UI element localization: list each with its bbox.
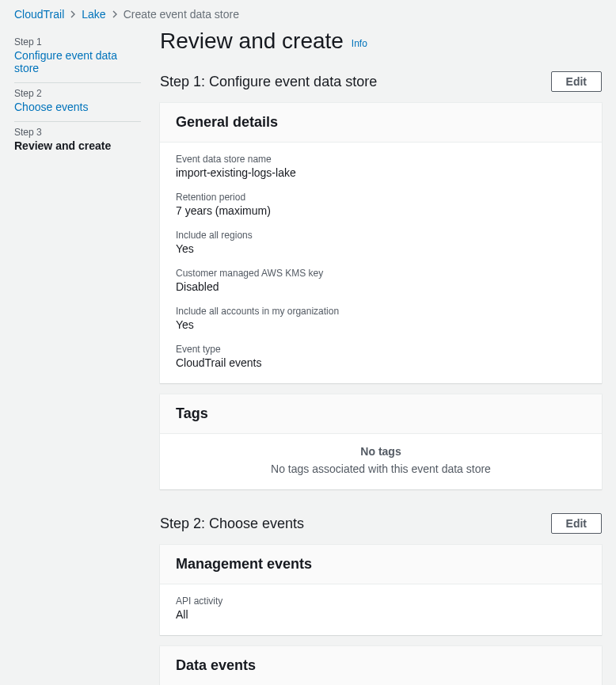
step2-header: Step 2: Choose events: [160, 516, 304, 532]
edit-step2-button[interactable]: Edit: [551, 513, 602, 534]
field-label: API activity: [176, 596, 586, 607]
tags-empty-desc: No tags associated with this event data …: [176, 462, 586, 475]
field-value: Yes: [176, 318, 586, 331]
field-event-type: Event type CloudTrail events: [176, 344, 586, 369]
field-label: Event type: [176, 344, 586, 355]
field-value: All: [176, 608, 586, 621]
step1-header: Step 1: Configure event data store: [160, 74, 377, 90]
management-events-heading: Management events: [176, 556, 586, 573]
wizard-step-title: Review and create: [14, 139, 141, 152]
wizard-step-number: Step 2: [14, 88, 141, 99]
data-events-panel: Data events Data event collection is not…: [160, 646, 602, 685]
field-kms-key: Customer managed AWS KMS key Disabled: [176, 268, 586, 293]
breadcrumb: CloudTrail Lake Create event data store: [0, 0, 616, 25]
chevron-right-icon: [111, 8, 119, 21]
general-details-heading: General details: [176, 114, 586, 131]
field-label: Retention period: [176, 192, 586, 203]
general-details-panel: General details Event data store name im…: [160, 103, 602, 383]
tags-heading: Tags: [176, 405, 586, 422]
wizard-step-3: Step 3 Review and create: [14, 122, 141, 160]
field-value: CloudTrail events: [176, 356, 586, 369]
field-label: Customer managed AWS KMS key: [176, 268, 586, 279]
breadcrumb-cloudtrail[interactable]: CloudTrail: [14, 8, 64, 21]
info-link[interactable]: Info: [352, 38, 367, 49]
field-event-data-store-name: Event data store name import-existing-lo…: [176, 154, 586, 179]
breadcrumb-current: Create event data store: [124, 8, 239, 21]
edit-step1-button[interactable]: Edit: [551, 71, 602, 92]
field-label: Include all regions: [176, 230, 586, 241]
chevron-right-icon: [69, 8, 77, 21]
field-retention-period: Retention period 7 years (maximum): [176, 192, 586, 217]
field-value: Yes: [176, 242, 586, 255]
field-include-all-regions: Include all regions Yes: [176, 230, 586, 255]
page-title: Review and create: [160, 29, 344, 54]
wizard-step-1[interactable]: Step 1 Configure event data store: [14, 32, 141, 83]
tags-panel: Tags No tags No tags associated with thi…: [160, 394, 602, 489]
field-value: Disabled: [176, 280, 586, 293]
field-api-activity: API activity All: [176, 596, 586, 621]
breadcrumb-lake[interactable]: Lake: [82, 8, 105, 21]
main-content: Review and create Info Step 1: Configure…: [160, 25, 602, 685]
wizard-sidenav: Step 1 Configure event data store Step 2…: [14, 25, 141, 685]
field-label: Event data store name: [176, 154, 586, 165]
data-events-heading: Data events: [176, 657, 586, 674]
wizard-step-2[interactable]: Step 2 Choose events: [14, 83, 141, 122]
wizard-step-number: Step 1: [14, 36, 141, 48]
field-value: 7 years (maximum): [176, 204, 586, 217]
field-value: import-existing-logs-lake: [176, 166, 586, 179]
tags-empty-title: No tags: [176, 445, 586, 458]
wizard-step-title[interactable]: Configure event data store: [14, 49, 141, 74]
wizard-step-number: Step 3: [14, 127, 141, 138]
management-events-panel: Management events API activity All: [160, 545, 602, 635]
field-include-all-accounts: Include all accounts in my organization …: [176, 306, 586, 331]
wizard-step-title[interactable]: Choose events: [14, 101, 141, 113]
field-label: Include all accounts in my organization: [176, 306, 586, 317]
